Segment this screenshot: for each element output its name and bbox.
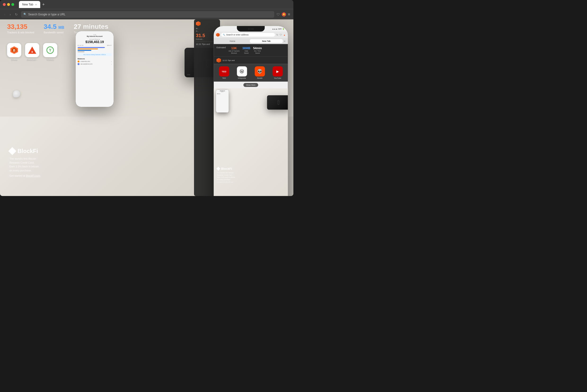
bookmark-brave[interactable]: B Brave [7,43,21,61]
btc-bar [78,48,98,50]
blockfi-diamond-icon [8,147,16,155]
yubico-icon: Y [43,43,57,57]
tips-brave-icon [217,58,221,63]
minimize-button[interactable] [7,3,10,6]
title-bar: New Tab ✕ + [0,0,293,9]
btc-balance: 3.56247811 BTC › [78,60,112,62]
active-tab[interactable]: New Tab ✕ [19,1,40,8]
address-bar[interactable]: 🔍 Search Google or type a URL [21,11,274,18]
earbud [13,90,25,104]
wikipedia-icon: Ⓦ [237,66,247,76]
shield-icon[interactable]: 🛡 [277,12,280,16]
reload-button[interactable]: ↻ [14,12,19,17]
new-tab-button[interactable]: + [41,2,46,7]
tab-close-icon[interactable]: ✕ [284,40,286,42]
close-button[interactable] [3,3,6,6]
mini-brave-icon[interactable]: ▲ [283,34,286,36]
partial-brave-logo [196,21,201,26]
phone-content-area: $158,402.19 $554.57 Balances ₿ [214,88,288,196]
phone-trackers-label: Ads & TrackersBlocked [229,50,240,54]
tab-close-button[interactable]: ✕ [35,3,37,6]
phone-blockfi-cta: Get started at BlockFi.com. [217,181,235,183]
chart-bars [78,47,112,52]
wikipedia-logo: Ⓦ [240,68,244,74]
phone-balances: Balances 3.56247811 BTC › 436.162835742 … [78,58,112,65]
yubico-label: Yubico [46,58,54,61]
youtube-label: YouTube [274,77,281,80]
mini-browser-bar: 🔍 Search or enter address ↻ 🛡 ▲ [214,32,288,38]
phone-overlay-container: Br... Br... 31.5 Estimate... 12.21 Tips … [194,20,293,196]
nav-bar: ‹ › ↻ 🔍 Search Google or type a URL 🛡 🔔 … [0,9,293,20]
blockfi-logo: BlockFi [10,148,41,154]
ted-icon: TED [219,66,229,76]
mini-search-icon: 🔍 [223,34,225,36]
mini-address-text: Search or enter address [226,34,249,36]
blockfi-branding: BlockFi The world's first BitcoinRewards… [10,148,41,177]
reddit-icon: 👽 [255,66,265,76]
blockfi-link[interactable]: BlockFi.com [26,174,40,177]
brave-label: Brave [11,58,18,61]
blockfi-tagline: The world's first BitcoinRewards Credit … [10,157,41,172]
brave-icon: B [7,43,21,57]
maximize-button[interactable] [11,3,14,6]
youtube-icon: ▶ [273,66,283,76]
eth-bar [78,47,105,48]
phone-blockfi-name: BlockFi [221,167,232,171]
browser-window: New Tab ✕ + ‹ › ↻ 🔍 Search Google or typ… [0,0,293,196]
mini-reload-icon[interactable]: ↻ [276,34,278,36]
flex-setting: Flex Interest Setting Selected: USDC ▸ [78,53,112,56]
show-more-button[interactable]: Show More [243,83,258,87]
fav-ted[interactable]: TED TED [216,66,232,80]
tab-new-tab[interactable]: New Tab [250,39,283,43]
phone-time-stat: 54min Est. TimeSaved [253,46,262,54]
bandwidth-value: 34.5 MB [44,23,64,30]
phone-tips-section: 12.21 Tips and [214,56,288,64]
notification-badge[interactable]: 🔔 [282,12,286,16]
phone-time-value: 54min [253,46,262,50]
eth-dot [78,63,80,65]
fav-reddit[interactable]: 👽 Reddit [252,66,268,80]
forward-button[interactable]: › [9,12,12,17]
basicatt-label: Basicatt... [27,58,38,61]
usdc-bar [78,50,91,51]
phone-blockfi-branding: BlockFi The world's first BitcoinRewards… [217,167,235,183]
fav-wikipedia[interactable]: Ⓦ Wikipedia [234,66,250,80]
ted-label-inner: TED [222,70,226,73]
sidebar-toggle[interactable]: ≡ [288,12,290,16]
bookmark-basicatt[interactable]: ▲ Basicatt... [25,43,39,61]
blockfi-name: BlockFi [18,148,38,154]
eth-balance: 436.162835742 ETH › [78,63,112,65]
blockfi-cta: Get started at BlockFi.com. [10,174,41,177]
phone-trackers-value: 13K [229,46,240,50]
nav-right: 🛡 🔔 ≡ [277,12,290,16]
mini-shield-icon[interactable]: 🛡 [280,34,282,36]
phone-time: 11:11 [248,28,254,30]
phone-blockfi-diamond-icon [216,167,220,171]
youtube-logo: ▶ [276,70,279,73]
phone-data-value: 38MB [242,46,250,50]
mini-nav-icons: ↻ 🛡 ▲ [276,34,286,36]
svg-text:B: B [13,48,15,52]
phone-data-label: DataSaved [242,50,250,54]
fav-youtube[interactable]: ▶ YouTube [269,66,286,80]
phone-data-stat: 38MB DataSaved [242,46,250,54]
tips-text: 12.21 Tips and [222,59,234,62]
mini-address-input[interactable]: 🔍 Search or enter address [221,33,275,37]
search-icon: 🔍 [24,13,27,16]
estimate-label: Estimated [217,46,226,49]
phone-balance: Account Balance $158,402.19 $7,147.26 $5… [78,38,112,46]
bookmark-yubico[interactable]: Y Yubico [43,43,57,61]
phone-header: 3:39 My Interest Account [78,34,112,37]
bandwidth-label: Bandwidth saved [44,31,64,34]
phone-overlay-screen: 🔍 Search or enter address ↻ 🛡 ▲ Home New… [214,26,288,196]
tab-label: New Tab [22,3,33,6]
reddit-label: Reddit [257,77,262,80]
phone-screen: 3:39 My Interest Account Account Balance… [76,31,114,107]
time-value: 27 minutes [74,23,108,30]
notification-count: 🔔 [283,13,285,16]
phone-blockfi-tagline: The world's first BitcoinRewards Credit … [217,172,235,181]
back-button[interactable]: ‹ [3,12,7,17]
mini-brave-logo [216,33,220,37]
ltc-bar [78,51,85,52]
tab-home[interactable]: Home [216,39,249,43]
